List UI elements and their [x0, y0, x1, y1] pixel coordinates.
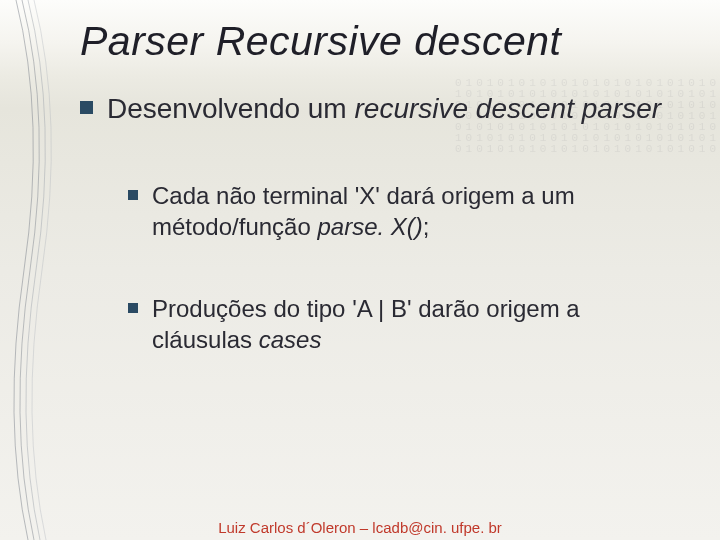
bullet-level1-text: Desenvolvendo um recursive descent parse… [107, 91, 661, 127]
bullet-level2: Cada não terminal 'X' dará origem a um m… [128, 181, 670, 242]
sub0-post: ; [423, 213, 430, 240]
bullet-level2-text: Produções do tipo 'A | B' darão origem a… [152, 294, 670, 355]
slide-footer: Luiz Carlos d´Oleron – lcadb@cin. ufpe. … [0, 519, 720, 536]
bullet-level2: Produções do tipo 'A | B' darão origem a… [128, 294, 670, 355]
square-bullet-icon [80, 101, 93, 114]
lvl1-italic: recursive descent parser [354, 93, 661, 124]
square-bullet-icon [128, 190, 138, 200]
lvl1-pre: Desenvolvendo um [107, 93, 354, 124]
sub1-pre: Produções do tipo 'A | B' darão origem a… [152, 295, 580, 353]
bullet-level2-text: Cada não terminal 'X' dará origem a um m… [152, 181, 670, 242]
square-bullet-icon [128, 303, 138, 313]
sub0-italic: parse. X() [317, 213, 422, 240]
sub1-italic: cases [259, 326, 322, 353]
sub-bullet-list: Cada não terminal 'X' dará origem a um m… [128, 181, 670, 356]
slide-title: Parser Recursive descent [80, 18, 670, 65]
bullet-level1: Desenvolvendo um recursive descent parse… [80, 91, 670, 127]
slide-body: Parser Recursive descent Desenvolvendo u… [0, 0, 720, 540]
